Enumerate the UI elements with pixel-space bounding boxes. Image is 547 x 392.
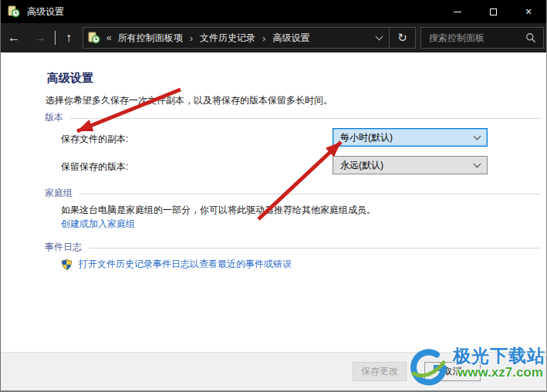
search-input[interactable] [421, 32, 525, 43]
section-eventlog-label: 事件日志 [45, 241, 82, 254]
search-box [420, 27, 544, 49]
refresh-button[interactable]: ↻ [390, 28, 415, 48]
footer-button-bar: 保存更改 取消 [1, 352, 546, 390]
window-title: 高级设置 [27, 5, 64, 19]
section-homegroup-label: 家庭组 [45, 187, 73, 200]
keep-versions-label: 保留保存的版本: [61, 161, 128, 174]
close-icon: × [525, 5, 532, 18]
section-versions: 版本 [45, 111, 541, 124]
breadcrumb-separator-icon: › [258, 32, 269, 44]
file-history-breadcrumb-icon [88, 32, 100, 44]
save-copies-label: 保存文件的副本: [61, 133, 128, 146]
intro-text: 选择你希望多久保存一次文件副本，以及将保存的版本保留多长时间。 [46, 94, 333, 107]
chevron-down-icon [375, 33, 383, 41]
minimize-icon [454, 12, 461, 12]
section-divider [70, 118, 541, 119]
breadcrumb-overflow-icon[interactable]: « [106, 32, 112, 43]
open-event-log-row[interactable]: 打开文件历史记录事件日志以查看最近的事件或错误 [61, 258, 292, 271]
content-area: 高级设置 选择你希望多久保存一次文件副本，以及将保存的版本保留多长时间。 版本 … [1, 52, 546, 353]
chevron-down-icon [474, 160, 481, 167]
file-history-advanced-settings-window: 高级设置 × ← → ↑ « 所有控制面板项 › 文件历史记录 › 高级设置 [0, 0, 547, 392]
section-divider [79, 194, 541, 194]
breadcrumb-all-control-panel-items[interactable]: 所有控制面板项 [115, 32, 186, 45]
titlebar: 高级设置 × [1, 0, 546, 23]
chevron-down-icon [55, 31, 56, 45]
maximize-button[interactable] [475, 0, 511, 23]
section-eventlog: 事件日志 [45, 241, 541, 254]
save-copies-dropdown[interactable]: 每小时(默认) [333, 128, 488, 147]
forward-button[interactable]: → [27, 32, 53, 44]
up-button[interactable]: ↑ [59, 32, 79, 44]
keep-versions-dropdown-value: 永远(默认) [340, 159, 383, 172]
breadcrumb-separator-icon: › [186, 32, 197, 44]
section-homegroup: 家庭组 [45, 187, 541, 200]
navigation-bar: ← → ↑ « 所有控制面板项 › 文件历史记录 › 高级设置 ↻ [1, 23, 546, 52]
address-dropdown-button[interactable] [369, 28, 389, 48]
save-changes-button[interactable]: 保存更改 [353, 362, 407, 381]
back-button[interactable]: ← [1, 32, 27, 44]
homegroup-description: 如果这台电脑是家庭组的一部分，你可以将此驱动器推荐给其他家庭组成员。 [61, 204, 376, 217]
address-bar[interactable]: « 所有控制面板项 › 文件历史记录 › 高级设置 ↻ [83, 27, 416, 49]
section-versions-label: 版本 [45, 111, 63, 124]
open-event-log-link[interactable]: 打开文件历史记录事件日志以查看最近的事件或错误 [79, 258, 292, 271]
caption-buttons: × [440, 0, 546, 23]
maximize-icon [490, 8, 497, 15]
chevron-down-icon [474, 132, 481, 140]
search-icon[interactable] [525, 32, 536, 43]
breadcrumb-file-history[interactable]: 文件历史记录 [197, 32, 258, 45]
close-button[interactable]: × [511, 0, 546, 23]
save-copies-dropdown-value: 每小时(默认) [340, 131, 393, 144]
recent-pages-button[interactable] [53, 31, 59, 45]
uac-shield-icon [61, 259, 73, 271]
section-divider [89, 248, 541, 248]
page-title: 高级设置 [47, 71, 93, 86]
keep-versions-dropdown[interactable]: 永远(默认) [333, 156, 488, 174]
cancel-button[interactable]: 取消 [424, 362, 481, 381]
create-join-homegroup-link[interactable]: 创建或加入家庭组 [61, 218, 135, 231]
file-history-app-icon [8, 5, 20, 18]
minimize-button[interactable] [440, 0, 475, 23]
breadcrumb-advanced-settings[interactable]: 高级设置 [269, 32, 312, 45]
